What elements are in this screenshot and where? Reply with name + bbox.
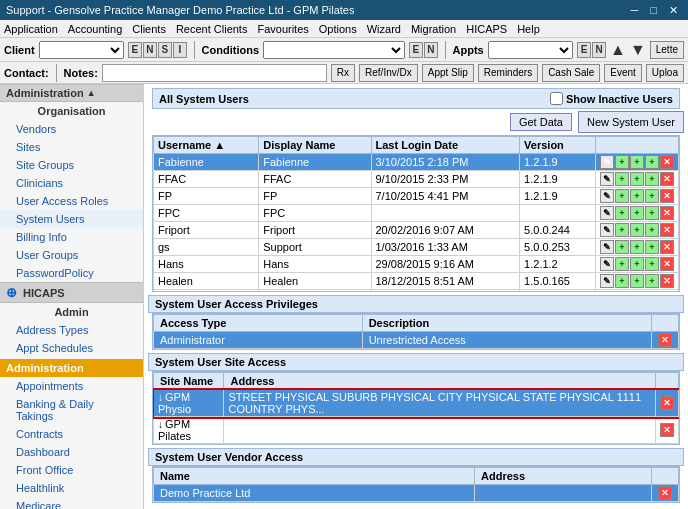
table-row[interactable]: Healen Healen 18/12/2015 8:51 AM 1.5.0.1… [154, 273, 679, 290]
menu-wizard[interactable]: Wizard [367, 23, 401, 35]
table-row[interactable]: Healthlink Healthlink 18/12/2015 7:58 AM… [154, 290, 679, 292]
add-green-button3[interactable]: + [645, 257, 659, 271]
sidebar-item-billing-info[interactable]: Billing Info [0, 228, 143, 246]
get-data-button[interactable]: Get Data [510, 113, 572, 131]
table-row[interactable]: Friport Friport 20/02/2016 9:07 AM 5.0.0… [154, 222, 679, 239]
sidebar-item-sites[interactable]: Sites [0, 138, 143, 156]
add-green-button2[interactable]: + [630, 189, 644, 203]
new-system-user-button[interactable]: New System User [578, 111, 684, 133]
add-green-button[interactable]: + [615, 223, 629, 237]
delete-button[interactable]: ✕ [660, 423, 674, 437]
client-select[interactable] [39, 41, 124, 59]
table-row[interactable]: FP FP 7/10/2015 4:41 PM 1.2.1.9 ✎ + + + … [154, 188, 679, 205]
table-row[interactable]: FPC FPC ✎ + + + ✕ [154, 205, 679, 222]
sidebar-item-vendors[interactable]: Vendors [0, 120, 143, 138]
edit-button[interactable]: ✎ [600, 172, 614, 186]
vendor-col-name[interactable]: Name [154, 468, 475, 485]
add-green-button[interactable]: + [615, 274, 629, 288]
add-green-button2[interactable]: + [630, 223, 644, 237]
menu-recent-clients[interactable]: Recent Clients [176, 23, 248, 35]
minimize-button[interactable]: ─ [627, 4, 643, 17]
event-button[interactable]: Event [604, 64, 642, 82]
add-green-button2[interactable]: + [630, 155, 644, 169]
add-green-button3[interactable]: + [645, 206, 659, 220]
ref-inv-dx-button[interactable]: Ref/Inv/Dx [359, 64, 418, 82]
edit-button[interactable]: ✎ [600, 189, 614, 203]
table-row[interactable]: Administrator Unrestricted Access ✕ [154, 332, 679, 349]
sidebar-item-site-groups[interactable]: Site Groups [0, 156, 143, 174]
add-green-button3[interactable]: + [645, 172, 659, 186]
appts-select[interactable] [488, 41, 573, 59]
table-row[interactable]: Demo Practice Ltd ✕ [154, 485, 679, 502]
sidebar-category-banking[interactable]: Banking & Daily Takings [0, 395, 143, 425]
appts-nav-n[interactable]: N [592, 42, 606, 58]
letter-button[interactable]: Lette [650, 41, 684, 59]
delete-button[interactable]: ✕ [660, 274, 674, 288]
sidebar-category-medicare[interactable]: Medicare [0, 497, 143, 509]
add-green-button[interactable]: + [615, 240, 629, 254]
add-green-button2[interactable]: + [630, 274, 644, 288]
add-green-button3[interactable]: + [645, 240, 659, 254]
edit-button[interactable]: ✎ [600, 206, 614, 220]
delete-button[interactable]: ✕ [660, 155, 674, 169]
priv-col-access-type[interactable]: Access Type [154, 315, 363, 332]
delete-button[interactable]: ✕ [660, 189, 674, 203]
add-green-button[interactable]: + [615, 206, 629, 220]
site-col-name[interactable]: Site Name [154, 373, 224, 390]
edit-button[interactable]: ✎ [600, 274, 614, 288]
upload-button[interactable]: Uploa [646, 64, 684, 82]
menu-migration[interactable]: Migration [411, 23, 456, 35]
menu-favourites[interactable]: Favourites [257, 23, 308, 35]
sidebar-item-appt-schedules[interactable]: Appt Schedules [0, 339, 143, 357]
delete-button[interactable]: ✕ [660, 172, 674, 186]
add-green-button3[interactable]: + [645, 189, 659, 203]
add-green-button2[interactable]: + [630, 172, 644, 186]
add-green-button[interactable]: + [615, 189, 629, 203]
arrow-up-icon[interactable]: ▲ [610, 41, 626, 59]
menu-clients[interactable]: Clients [132, 23, 166, 35]
hicaps-plus-icon[interactable]: ⊕ [6, 285, 17, 300]
arrow-down-icon[interactable]: ▼ [630, 41, 646, 59]
table-row[interactable]: ↓GPM Physio STREET PHYSICAL SUBURB PHYSI… [154, 390, 679, 417]
table-row[interactable]: ↓GPM Pilates ✕ [154, 417, 679, 444]
cond-nav-e[interactable]: E [409, 42, 423, 58]
add-green-button2[interactable]: + [630, 206, 644, 220]
table-row[interactable]: gs Support 1/03/2016 1:33 AM 5.0.0.253 ✎… [154, 239, 679, 256]
sidebar-category-healthlink[interactable]: Healthlink [0, 479, 143, 497]
delete-button[interactable]: ✕ [660, 396, 674, 410]
site-col-address[interactable]: Address [224, 373, 656, 390]
sidebar-item-clinicians[interactable]: Clinicians [0, 174, 143, 192]
menu-options[interactable]: Options [319, 23, 357, 35]
priv-col-description[interactable]: Description [362, 315, 651, 332]
collapse-icon[interactable]: ▲ [87, 88, 96, 98]
col-last-login[interactable]: Last Login Date [371, 137, 520, 154]
add-green-button2[interactable]: + [630, 240, 644, 254]
table-row[interactable]: FFAC FFAC 9/10/2015 2:33 PM 1.2.1.9 ✎ + … [154, 171, 679, 188]
add-green-button[interactable]: + [615, 155, 629, 169]
vendor-col-address[interactable]: Address [475, 468, 652, 485]
menu-hicaps[interactable]: HICAPS [466, 23, 507, 35]
rx-button[interactable]: Rx [331, 64, 355, 82]
notes-input[interactable] [102, 64, 327, 82]
menu-accounting[interactable]: Accounting [68, 23, 122, 35]
nav-i[interactable]: I [173, 42, 187, 58]
close-button[interactable]: ✕ [665, 4, 682, 17]
sidebar-item-user-groups[interactable]: User Groups [0, 246, 143, 264]
add-green-button3[interactable]: + [645, 274, 659, 288]
show-inactive-checkbox[interactable] [550, 92, 563, 105]
edit-button[interactable]: ✎ [600, 223, 614, 237]
sidebar-item-user-access-roles[interactable]: User Access Roles [0, 192, 143, 210]
delete-button[interactable]: ✕ [658, 486, 672, 500]
show-inactive-label[interactable]: Show Inactive Users [550, 92, 673, 105]
cash-sale-button[interactable]: Cash Sale [542, 64, 600, 82]
menu-help[interactable]: Help [517, 23, 540, 35]
sidebar-item-address-types[interactable]: Address Types [0, 321, 143, 339]
edit-button[interactable]: ✎ [600, 240, 614, 254]
sidebar-item-system-users[interactable]: System Users [0, 210, 143, 228]
col-display-name[interactable]: Display Name [259, 137, 371, 154]
reminders-button[interactable]: Reminders [478, 64, 538, 82]
delete-button[interactable]: ✕ [660, 257, 674, 271]
col-version[interactable]: Version [520, 137, 596, 154]
edit-button[interactable]: ✎ [600, 257, 614, 271]
sidebar-category-appointments[interactable]: Appointments [0, 377, 143, 395]
